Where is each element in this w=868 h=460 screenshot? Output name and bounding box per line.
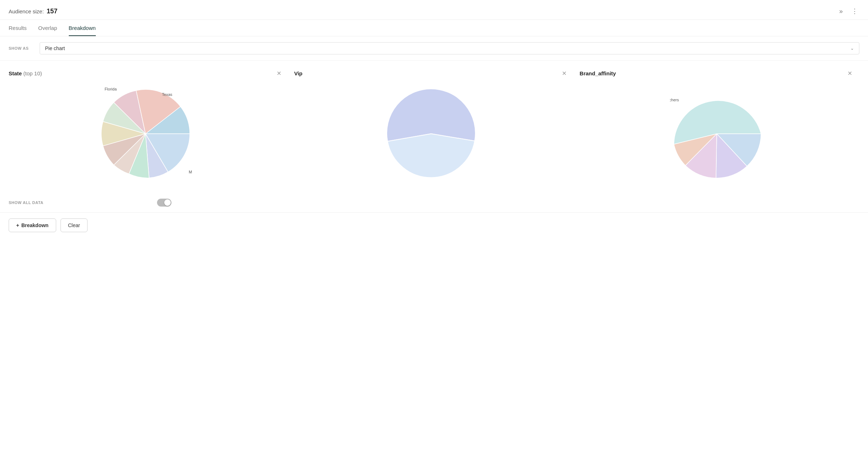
chart-type-value: Pie chart bbox=[45, 45, 65, 51]
more-options-button[interactable]: ⋮ bbox=[850, 6, 859, 17]
tab-overlap[interactable]: Overlap bbox=[38, 20, 57, 36]
breakdown-label: Breakdown bbox=[21, 222, 48, 228]
plus-icon: + bbox=[16, 222, 19, 228]
expand-button[interactable]: » bbox=[838, 6, 844, 17]
show-as-label: SHOW AS bbox=[9, 46, 34, 50]
header: Audience size: 157 » ⋮ bbox=[0, 0, 868, 20]
show-all-toggle[interactable] bbox=[157, 199, 171, 207]
show-as-row: SHOW AS Pie chart ⌄ bbox=[0, 36, 868, 61]
audience-count: 157 bbox=[47, 8, 58, 15]
audience-label: Audience size: bbox=[9, 8, 44, 14]
svg-text:Sketchers: Sketchers bbox=[670, 98, 679, 102]
tab-results[interactable]: Results bbox=[9, 20, 27, 36]
chevron-down-icon: ⌄ bbox=[850, 46, 854, 51]
close-brand-chart[interactable]: ✕ bbox=[846, 69, 854, 78]
chart-title-vip: Vip bbox=[294, 70, 303, 76]
pie-vip: Normal VIP bbox=[294, 83, 568, 184]
svg-text:Texas: Texas bbox=[162, 92, 173, 97]
pie-chart-brand: Adidas Nike Allbirds Reebok Sketchers bbox=[670, 87, 764, 181]
chart-panel-vip: Vip ✕ Normal VIP bbox=[288, 69, 574, 184]
pie-chart-vip: Normal VIP bbox=[384, 87, 478, 181]
close-vip-chart[interactable]: ✕ bbox=[560, 69, 568, 78]
tab-bar: Results Overlap Breakdown bbox=[0, 20, 868, 36]
footer-actions: + Breakdown Clear bbox=[0, 212, 868, 238]
pie-chart-state: Texas North Carol... Michigan Hawaii Ari… bbox=[99, 87, 192, 181]
svg-text:Michigan: Michigan bbox=[189, 170, 192, 174]
chart-header-brand: Brand_affinity ✕ bbox=[580, 69, 854, 78]
chart-type-select[interactable]: Pie chart ⌄ bbox=[40, 42, 859, 54]
breakdown-button[interactable]: + Breakdown bbox=[9, 218, 56, 232]
show-all-label: SHOW ALL DATA bbox=[9, 200, 44, 205]
chart-panel-brand: Brand_affinity ✕ Adidas Nike Allbirds Re… bbox=[574, 69, 859, 184]
svg-text:Florida: Florida bbox=[105, 87, 117, 91]
chart-header-state: State (top 10) ✕ bbox=[9, 69, 283, 78]
chart-panel-state: State (top 10) ✕ Texas North Carol... bbox=[9, 69, 288, 184]
chart-header-vip: Vip ✕ bbox=[294, 69, 568, 78]
clear-button[interactable]: Clear bbox=[61, 218, 88, 232]
close-state-chart[interactable]: ✕ bbox=[275, 69, 283, 78]
show-all-data-row: SHOW ALL DATA bbox=[0, 193, 180, 212]
pie-state: Texas North Carol... Michigan Hawaii Ari… bbox=[9, 83, 283, 184]
chart-title-state: State (top 10) bbox=[9, 70, 42, 76]
chart-title-brand: Brand_affinity bbox=[580, 70, 616, 76]
charts-area: State (top 10) ✕ Texas North Carol... bbox=[0, 61, 868, 193]
header-actions: » ⋮ bbox=[838, 6, 859, 17]
pie-brand: Adidas Nike Allbirds Reebok Sketchers bbox=[580, 83, 854, 184]
audience-size-display: Audience size: 157 bbox=[9, 8, 58, 15]
tab-breakdown[interactable]: Breakdown bbox=[69, 20, 96, 36]
